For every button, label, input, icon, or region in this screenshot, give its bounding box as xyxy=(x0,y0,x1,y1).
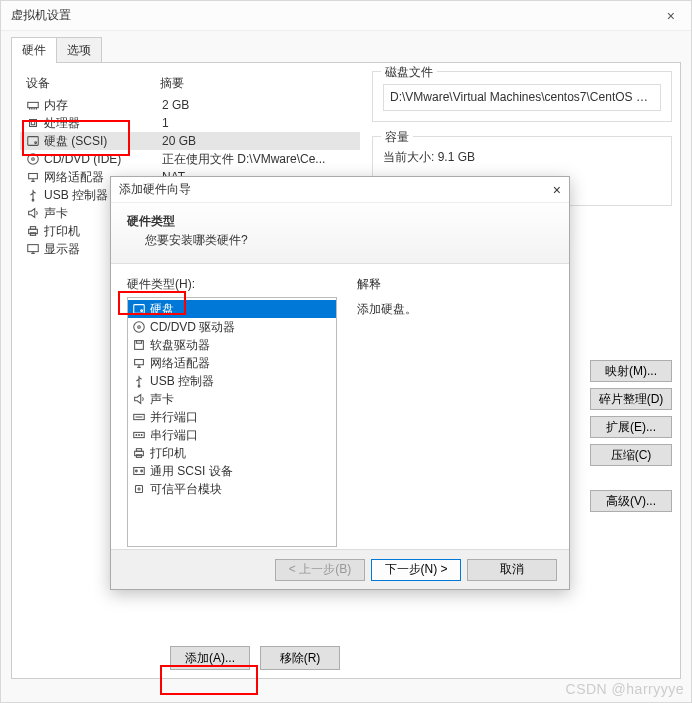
hardware-type-label: 网络适配器 xyxy=(150,355,210,372)
device-summary: 正在使用文件 D:\VMware\Ce... xyxy=(162,151,325,168)
hardware-type-label: 并行端口 xyxy=(150,409,198,426)
wizard-titlebar: 添加硬件向导 × xyxy=(111,177,569,203)
wizard-header-title: 硬件类型 xyxy=(127,213,553,230)
close-icon[interactable]: × xyxy=(661,8,681,24)
watermark: CSDN @harryyye xyxy=(566,681,684,697)
svg-rect-10 xyxy=(30,227,35,230)
hardware-type-label: CD/DVD 驱动器 xyxy=(150,319,235,336)
device-row[interactable]: CD/DVD (IDE) 正在使用文件 D:\VMware\Ce... xyxy=(20,150,360,168)
hardware-type-item[interactable]: 并行端口 xyxy=(128,408,336,426)
hardware-type-label: 通用 SCSI 设备 xyxy=(150,463,233,480)
disk-file-path[interactable]: D:\VMware\Virtual Machines\centos7\CentO… xyxy=(383,84,661,111)
svg-point-23 xyxy=(136,435,137,436)
explain-text: 添加硬盘。 xyxy=(357,301,553,318)
device-row[interactable]: 内存 2 GB xyxy=(20,96,360,114)
svg-point-25 xyxy=(141,435,142,436)
disk-action-buttons: 映射(M)... 碎片整理(D) 扩展(E)... 压缩(C) 高级(V)... xyxy=(590,360,672,512)
svg-point-4 xyxy=(35,142,37,144)
hardware-type-label: 声卡 xyxy=(150,391,174,408)
hardware-type-list[interactable]: 硬盘 CD/DVD 驱动器 软盘驱动器 网络适配器 USB 控制器 声卡 并行端… xyxy=(127,297,337,547)
hardware-type-label: 硬盘 xyxy=(150,301,174,318)
scsi-icon xyxy=(132,464,146,478)
hardware-type-item[interactable]: CD/DVD 驱动器 xyxy=(128,318,336,336)
map-button[interactable]: 映射(M)... xyxy=(590,360,672,382)
svg-rect-2 xyxy=(31,121,35,125)
svg-point-30 xyxy=(136,470,138,472)
svg-point-14 xyxy=(141,310,143,312)
wizard-title: 添加硬件向导 xyxy=(119,181,191,198)
back-button: < 上一步(B) xyxy=(275,559,365,581)
defrag-button[interactable]: 碎片整理(D) xyxy=(590,388,672,410)
svg-rect-27 xyxy=(136,449,141,452)
cancel-button[interactable]: 取消 xyxy=(467,559,557,581)
hardware-type-label: 软盘驱动器 xyxy=(150,337,210,354)
explain-label: 解释 xyxy=(357,276,553,293)
tpm-icon xyxy=(132,482,146,496)
hardware-type-label: USB 控制器 xyxy=(150,373,214,390)
hardware-type-item[interactable]: 可信平台模块 xyxy=(128,480,336,498)
cpu-icon xyxy=(26,116,40,130)
svg-point-5 xyxy=(28,154,39,165)
hardware-type-item[interactable]: 通用 SCSI 设备 xyxy=(128,462,336,480)
disk-file-label: 磁盘文件 xyxy=(381,64,437,81)
svg-rect-13 xyxy=(134,305,145,314)
device-summary: 2 GB xyxy=(162,98,189,112)
wizard-header-subtitle: 您要安装哪类硬件? xyxy=(145,232,553,249)
add-button[interactable]: 添加(A)... xyxy=(170,646,250,670)
hardware-type-item[interactable]: 网络适配器 xyxy=(128,354,336,372)
disk-icon xyxy=(132,302,146,316)
next-button[interactable]: 下一步(N) > xyxy=(371,559,461,581)
device-summary: 1 xyxy=(162,116,169,130)
device-name: 处理器 xyxy=(44,115,162,132)
usb-icon xyxy=(132,374,146,388)
device-name: 硬盘 (SCSI) xyxy=(44,133,162,150)
network-icon xyxy=(26,170,40,184)
compact-button[interactable]: 压缩(C) xyxy=(590,444,672,466)
device-row[interactable]: 处理器 1 xyxy=(20,114,360,132)
svg-point-24 xyxy=(139,435,140,436)
tab-options[interactable]: 选项 xyxy=(56,37,102,63)
col-device: 设备 xyxy=(20,75,160,92)
serial-icon xyxy=(132,428,146,442)
svg-rect-0 xyxy=(28,102,39,107)
hardware-type-item[interactable]: 串行端口 xyxy=(128,426,336,444)
cd-icon xyxy=(26,152,40,166)
hardware-type-label: 可信平台模块 xyxy=(150,481,222,498)
col-summary: 摘要 xyxy=(160,75,184,92)
svg-point-6 xyxy=(32,158,35,161)
parallel-icon xyxy=(132,410,146,424)
hardware-type-label: 串行端口 xyxy=(150,427,198,444)
wizard-list-label: 硬件类型(H): xyxy=(127,276,337,293)
svg-rect-1 xyxy=(30,120,37,127)
hardware-type-item[interactable]: 打印机 xyxy=(128,444,336,462)
floppy-icon xyxy=(132,338,146,352)
wizard-footer: < 上一步(B) 下一步(N) > 取消 xyxy=(111,549,569,589)
hardware-type-item[interactable]: USB 控制器 xyxy=(128,372,336,390)
remove-button[interactable]: 移除(R) xyxy=(260,646,340,670)
svg-rect-7 xyxy=(29,174,38,179)
svg-rect-12 xyxy=(28,245,39,252)
network-icon xyxy=(132,356,146,370)
device-row[interactable]: 硬盘 (SCSI) 20 GB xyxy=(20,132,360,150)
wizard-right: 解释 添加硬盘。 xyxy=(357,276,553,542)
hardware-type-item[interactable]: 软盘驱动器 xyxy=(128,336,336,354)
hardware-type-item[interactable]: 硬盘 xyxy=(128,300,336,318)
tabs: 硬件 选项 xyxy=(11,37,691,63)
expand-button[interactable]: 扩展(E)... xyxy=(590,416,672,438)
svg-point-15 xyxy=(134,322,145,333)
advanced-button[interactable]: 高级(V)... xyxy=(590,490,672,512)
capacity-current: 当前大小: 9.1 GB xyxy=(383,149,661,166)
sound-icon xyxy=(26,206,40,220)
wizard-left: 硬件类型(H): 硬盘 CD/DVD 驱动器 软盘驱动器 网络适配器 USB 控… xyxy=(127,276,337,542)
disk-file-group: 磁盘文件 D:\VMware\Virtual Machines\centos7\… xyxy=(372,71,672,122)
usb-icon xyxy=(26,188,40,202)
hardware-type-item[interactable]: 声卡 xyxy=(128,390,336,408)
add-hardware-wizard: 添加硬件向导 × 硬件类型 您要安装哪类硬件? 硬件类型(H): 硬盘 CD/D… xyxy=(110,176,570,590)
memory-icon xyxy=(26,98,40,112)
cd-icon xyxy=(132,320,146,334)
device-name: 内存 xyxy=(44,97,162,114)
tab-hardware[interactable]: 硬件 xyxy=(11,37,57,63)
close-icon[interactable]: × xyxy=(553,182,561,198)
printer-icon xyxy=(132,446,146,460)
bottom-buttons: 添加(A)... 移除(R) xyxy=(170,646,340,670)
